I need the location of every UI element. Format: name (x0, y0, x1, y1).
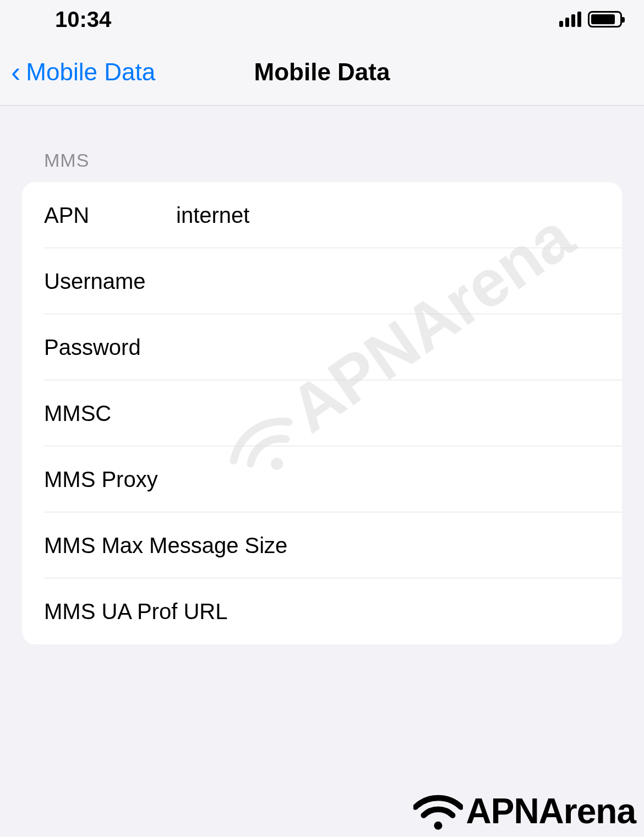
battery-icon (588, 11, 622, 28)
status-bar: 10:34 (0, 0, 644, 39)
back-label: Mobile Data (26, 58, 155, 86)
status-time: 10:34 (55, 7, 111, 32)
status-icons (559, 11, 622, 28)
label-password: Password (44, 335, 176, 360)
section-header-mms: MMS (44, 150, 622, 171)
label-mms-ua-prof: MMS UA Prof URL (44, 599, 227, 624)
footer-text: APNArena (466, 791, 636, 831)
value-apn[interactable]: internet (176, 203, 249, 228)
row-mms-proxy[interactable]: MMS Proxy (22, 446, 622, 512)
footer-logo: APNArena (413, 791, 636, 831)
content: MMS APN internet Username Password MMSC … (0, 106, 644, 644)
row-username[interactable]: Username (22, 248, 622, 314)
row-password[interactable]: Password (22, 314, 622, 380)
label-mms-proxy: MMS Proxy (44, 467, 158, 492)
row-mms-max-size[interactable]: MMS Max Message Size (22, 512, 622, 578)
label-mms-max-size: MMS Max Message Size (44, 533, 287, 558)
label-username: Username (44, 269, 176, 294)
back-button[interactable]: ‹ Mobile Data (11, 58, 155, 86)
label-mmsc: MMSC (44, 401, 176, 426)
label-apn: APN (44, 203, 176, 228)
wifi-icon (413, 792, 463, 830)
page-title: Mobile Data (254, 58, 390, 86)
nav-bar: ‹ Mobile Data Mobile Data (0, 39, 644, 106)
chevron-left-icon: ‹ (11, 58, 20, 86)
settings-group-mms: APN internet Username Password MMSC MMS … (22, 182, 622, 644)
row-apn[interactable]: APN internet (22, 182, 622, 248)
row-mms-ua-prof[interactable]: MMS UA Prof URL (22, 578, 622, 644)
cellular-signal-icon (559, 12, 581, 27)
row-mmsc[interactable]: MMSC (22, 380, 622, 446)
